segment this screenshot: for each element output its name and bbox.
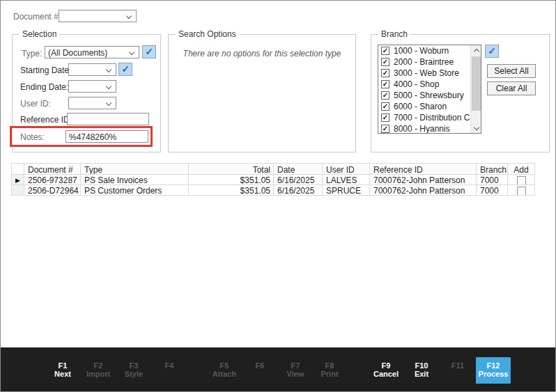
branch-item-label: 1000 - Woburn xyxy=(394,46,449,56)
document-number-combobox[interactable] xyxy=(59,10,137,22)
branch-list-item[interactable]: ✓ 1000 - Woburn xyxy=(378,45,481,56)
table-row[interactable]: 2506-D72964 PS Customer Orders $351.05 6… xyxy=(11,185,535,196)
check-icon: ✓ xyxy=(145,46,153,57)
add-checkbox-unchecked[interactable] xyxy=(517,176,526,185)
checkbox-checked-icon[interactable]: ✓ xyxy=(381,91,389,100)
type-combobox[interactable]: (All Documents) xyxy=(45,46,139,58)
fkey-f4: F4 xyxy=(165,362,174,370)
scroll-up-icon[interactable] xyxy=(471,45,481,56)
row-selector-cell[interactable] xyxy=(11,185,24,196)
starting-date-label: Starting Date: xyxy=(20,65,71,75)
chevron-down-icon xyxy=(129,49,134,55)
checkbox-checked-icon[interactable]: ✓ xyxy=(381,113,389,122)
cell-type: PS Sale Invoices xyxy=(81,175,189,185)
document-selection-window: Document #: Selection Type: (All Documen… xyxy=(0,0,556,392)
cell-reference-id: 7000762-John Patterson xyxy=(370,185,477,196)
branch-item-label: 7000 - Distribution Center xyxy=(394,113,481,123)
fkey-f6: F6 xyxy=(256,362,265,370)
branch-list-item[interactable]: ✓ 8000 - Hyannis xyxy=(378,123,481,134)
column-header-date: Date xyxy=(274,163,323,175)
fkey-f12-process-button[interactable]: F12Process xyxy=(476,357,511,384)
branch-apply-check-button[interactable]: ✓ xyxy=(485,45,499,58)
table-header-row: Document # Type Total Date User ID Refer… xyxy=(11,163,535,175)
column-header-type: Type xyxy=(81,163,189,175)
branch-item-label: 2000 - Braintree xyxy=(394,57,454,67)
branch-item-label: 8000 - Hyannis xyxy=(394,124,450,134)
cell-branch: 7000 xyxy=(477,175,508,185)
user-id-combobox[interactable] xyxy=(68,97,116,109)
checkbox-checked-icon[interactable]: ✓ xyxy=(381,58,389,66)
select-all-button[interactable]: Select All xyxy=(487,64,536,78)
chevron-down-icon xyxy=(126,13,132,19)
chevron-down-icon xyxy=(106,67,111,72)
notes-label: Notes: xyxy=(20,132,45,142)
document-number-label: Document #: xyxy=(13,12,61,22)
reference-id-field[interactable] xyxy=(67,113,149,125)
row-selector-cell[interactable]: ▶ xyxy=(11,175,24,185)
branch-item-label: 4000 - Shop xyxy=(394,79,439,89)
type-label: Type: xyxy=(22,49,42,58)
branch-item-label: 3000 - Web Store xyxy=(394,68,459,78)
scrollbar-thumb[interactable] xyxy=(472,56,481,111)
branch-group-title: Branch xyxy=(378,29,410,39)
cell-reference-id: 7000762-John Patterson xyxy=(370,175,477,185)
branch-list-item[interactable]: ✓ 6000 - Sharon xyxy=(378,101,481,112)
current-row-arrow-icon: ▶ xyxy=(15,177,20,184)
starting-date-combobox[interactable] xyxy=(68,63,116,76)
fkey-f10-exit[interactable]: F10Exit xyxy=(415,362,428,379)
checkbox-checked-icon[interactable]: ✓ xyxy=(381,80,389,88)
fkey-f3-style: F3Style xyxy=(125,362,143,379)
column-header-add: Add xyxy=(508,163,535,175)
cell-total: $351.05 xyxy=(189,175,274,185)
column-header-reference-id: Reference ID xyxy=(370,163,477,175)
cell-date: 6/16/2025 xyxy=(274,175,323,185)
check-icon: ✓ xyxy=(488,45,496,56)
branch-list-item[interactable]: ✓ 2000 - Braintree xyxy=(378,56,481,68)
cell-date: 6/16/2025 xyxy=(274,185,323,196)
ending-date-combobox[interactable] xyxy=(68,80,116,93)
fkey-f2-import: F2Import xyxy=(86,362,110,379)
fkey-f5-attach: F5Attach xyxy=(213,362,236,379)
cell-total: $351.05 xyxy=(189,185,274,196)
branch-list-item[interactable]: ✓ 4000 - Shop xyxy=(378,79,481,90)
results-table: Document # Type Total Date User ID Refer… xyxy=(11,163,535,196)
type-apply-check-button[interactable]: ✓ xyxy=(142,45,156,58)
clear-all-button[interactable]: Clear All xyxy=(487,81,536,95)
scroll-down-icon[interactable] xyxy=(471,123,481,133)
chevron-down-icon xyxy=(106,84,111,89)
user-id-label: User ID: xyxy=(20,99,51,109)
branch-item-label: 5000 - Shrewsbury xyxy=(394,91,464,100)
search-options-groupbox: Search Options There are no options for … xyxy=(168,34,356,152)
branch-list-item[interactable]: ✓ 3000 - Web Store xyxy=(378,68,481,79)
branch-item-label: 6000 - Sharon xyxy=(394,102,447,111)
fkey-f8-print: F8Print xyxy=(321,362,338,379)
function-key-bar: F1Next F2Import F3Style F4 F5Attach F6 F… xyxy=(1,347,555,392)
notes-value: %4748260% xyxy=(69,132,146,142)
table-row[interactable]: ▶ 2506-973287 PS Sale Invoices $351.05 6… xyxy=(11,175,535,185)
branch-list-scrollbar[interactable] xyxy=(470,45,481,133)
checkbox-checked-icon[interactable]: ✓ xyxy=(381,47,389,55)
row-selector-header xyxy=(11,163,24,175)
search-options-group-title: Search Options xyxy=(176,29,239,39)
cell-add xyxy=(508,185,535,196)
column-header-branch: Branch xyxy=(477,163,508,175)
check-icon: ✓ xyxy=(121,63,130,75)
fkey-f1-next[interactable]: F1Next xyxy=(54,362,71,379)
ending-date-label: Ending Date: xyxy=(20,82,68,92)
fkey-f9-cancel[interactable]: F9Cancel xyxy=(373,362,399,379)
cell-type: PS Customer Orders xyxy=(81,185,189,196)
chevron-down-icon xyxy=(106,100,111,106)
checkbox-checked-icon[interactable]: ✓ xyxy=(381,102,389,111)
cell-user-id: LALVES xyxy=(323,175,370,185)
column-header-total: Total xyxy=(189,163,274,175)
selection-group-title: Selection xyxy=(20,29,59,39)
branch-list-item[interactable]: ✓ 5000 - Shrewsbury xyxy=(378,90,481,101)
notes-field[interactable]: %4748260% xyxy=(65,130,148,143)
fkey-f7-view: F7View xyxy=(287,362,304,379)
starting-date-apply-check-button[interactable]: ✓ xyxy=(118,63,132,76)
checkbox-checked-icon[interactable]: ✓ xyxy=(381,69,389,77)
fkey-f11: F11 xyxy=(451,362,464,370)
checkbox-checked-icon[interactable]: ✓ xyxy=(381,125,389,133)
branch-list-item[interactable]: ✓ 7000 - Distribution Center xyxy=(378,112,481,123)
add-checkbox-unchecked[interactable] xyxy=(517,187,526,196)
